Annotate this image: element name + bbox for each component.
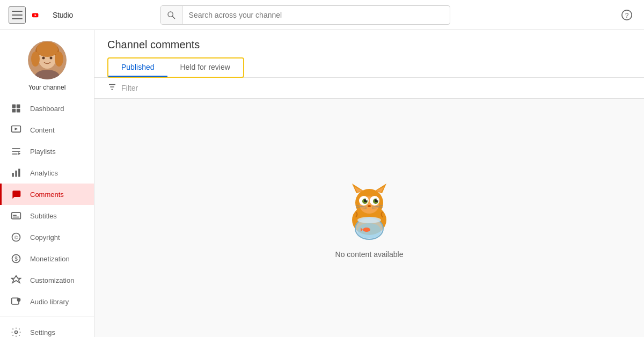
sidebar-divider <box>0 317 94 317</box>
studio-label: Studio <box>53 11 73 19</box>
svg-rect-17 <box>12 109 16 113</box>
svg-point-37 <box>15 331 18 334</box>
svg-marker-24 <box>18 152 20 155</box>
sidebar-item-content[interactable]: Content <box>0 119 94 141</box>
content-icon <box>11 124 21 135</box>
sidebar-item-comments[interactable]: Comments <box>0 184 94 205</box>
svg-point-13 <box>42 57 45 60</box>
topbar: Studio ? <box>0 0 644 30</box>
subtitles-icon <box>11 210 21 221</box>
channel-profile: Your channel <box>0 30 94 98</box>
sidebar-item-settings[interactable]: Settings <box>0 321 94 337</box>
svg-point-56 <box>377 199 378 201</box>
sidebar-nav: Dashboard Content Playlists <box>0 98 94 337</box>
filter-bar: Filter <box>94 78 644 99</box>
svg-rect-16 <box>17 105 20 108</box>
search-icon <box>161 6 182 24</box>
sidebar-item-dashboard[interactable]: Dashboard <box>0 98 94 119</box>
svg-text:©: © <box>14 235 18 240</box>
youtube-icon <box>32 9 49 21</box>
layout: Your channel Dashboard Content <box>0 30 644 337</box>
sidebar-item-copyright[interactable]: © Copyright <box>0 226 94 248</box>
svg-rect-27 <box>18 169 20 177</box>
sidebar-item-customization[interactable]: Customization <box>0 269 94 291</box>
svg-text:?: ? <box>625 11 629 19</box>
search-input[interactable] <box>182 11 450 19</box>
channel-name-label: Your channel <box>28 84 66 91</box>
svg-rect-26 <box>15 171 17 177</box>
svg-point-9 <box>36 42 58 57</box>
comments-icon <box>11 189 21 200</box>
sidebar-item-label: Playlists <box>30 148 83 156</box>
svg-point-55 <box>366 199 368 201</box>
topbar-right: ? <box>618 6 635 24</box>
sidebar-item-analytics[interactable]: Analytics <box>0 162 94 184</box>
audio-library-icon <box>11 296 21 307</box>
filter-icon <box>107 82 117 94</box>
settings-icon <box>11 327 21 337</box>
sidebar-item-label: Customization <box>30 276 83 284</box>
sidebar-item-label: Audio library <box>30 298 83 306</box>
sidebar-item-playlists[interactable]: Playlists <box>0 141 94 162</box>
tab-held-for-review[interactable]: Held for review <box>167 58 243 77</box>
logo[interactable]: Studio <box>32 9 73 21</box>
playlists-icon <box>11 146 21 157</box>
svg-marker-20 <box>15 128 18 130</box>
svg-text:$: $ <box>14 256 18 262</box>
svg-point-11 <box>55 52 63 67</box>
empty-state: No content available <box>94 99 644 337</box>
menu-button[interactable] <box>9 6 26 24</box>
page-title: Channel comments <box>107 39 631 51</box>
search-bar <box>160 5 450 25</box>
sidebar-item-label: Monetization <box>30 255 83 263</box>
sidebar: Your channel Dashboard Content <box>0 30 94 337</box>
sidebar-item-label: Settings <box>30 328 83 336</box>
sidebar-item-monetization[interactable]: $ Monetization <box>0 248 94 269</box>
svg-point-36 <box>17 298 21 302</box>
svg-rect-18 <box>17 109 20 113</box>
svg-point-57 <box>368 205 371 207</box>
empty-illustration <box>337 177 401 241</box>
sidebar-item-label: Subtitles <box>30 212 83 220</box>
svg-point-14 <box>49 57 52 60</box>
sidebar-item-label: Analytics <box>30 169 83 177</box>
dashboard-icon <box>11 103 21 114</box>
sidebar-item-label: Comments <box>30 191 83 199</box>
svg-rect-15 <box>12 105 16 108</box>
sidebar-item-label: Dashboard <box>30 105 83 113</box>
main-content: Channel comments Published Held for revi… <box>94 30 644 337</box>
help-button[interactable]: ? <box>618 6 635 24</box>
copyright-icon: © <box>11 232 21 243</box>
tabs-container: Published Held for review <box>107 57 244 78</box>
empty-state-text: No content available <box>335 250 404 259</box>
sidebar-item-audio-library[interactable]: Audio library <box>0 291 94 312</box>
svg-line-3 <box>172 16 175 19</box>
filter-label: Filter <box>121 84 138 92</box>
svg-rect-25 <box>12 173 14 177</box>
avatar[interactable] <box>28 41 67 79</box>
sidebar-item-label: Copyright <box>30 233 83 241</box>
tab-published[interactable]: Published <box>108 58 167 77</box>
analytics-icon <box>11 167 21 178</box>
svg-point-65 <box>363 228 370 232</box>
svg-point-67 <box>357 217 381 223</box>
svg-point-10 <box>31 52 40 67</box>
customization-icon <box>11 275 21 285</box>
sidebar-item-label: Content <box>30 126 83 134</box>
sidebar-item-subtitles[interactable]: Subtitles <box>0 205 94 226</box>
page-header: Channel comments Published Held for revi… <box>94 30 644 78</box>
monetization-icon: $ <box>11 253 21 264</box>
